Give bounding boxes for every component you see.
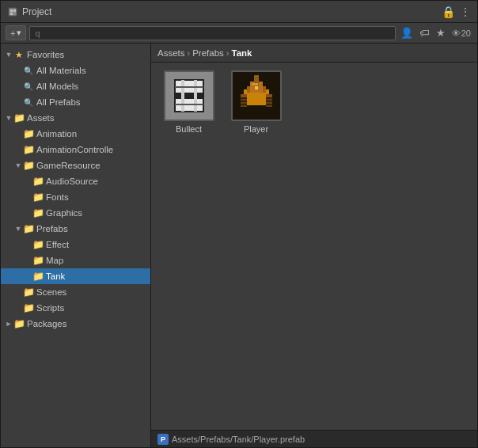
folder-icon-audiosource: 📁 [32, 176, 44, 187]
sidebar-item-fonts[interactable]: 📁 Fonts [1, 189, 150, 205]
arrow-scripts [13, 303, 23, 313]
sidebar-item-map[interactable]: 📁 Map [1, 252, 150, 268]
visibility-count[interactable]: 👁 20 [450, 28, 472, 39]
sidebar: ★ Favorites 🔍 All Materials 🔍 All Models… [1, 44, 151, 447]
window-icon [7, 6, 18, 17]
sidebar-item-animationcontroller[interactable]: 📁 AnimationControlle [1, 142, 150, 158]
folder-icon-map: 📁 [32, 255, 44, 266]
search-input[interactable] [29, 26, 395, 40]
label-all-models: All Models [36, 82, 78, 91]
arrow-assets [4, 113, 13, 123]
folder-icon-prefabs: 📁 [23, 223, 34, 234]
arrow-prefabs [13, 224, 23, 233]
lock-icon[interactable]: 🔒 [442, 6, 455, 18]
search-icon-prefabs: 🔍 [23, 97, 34, 108]
folder-icon-gameresource: 📁 [23, 160, 34, 171]
player-thumbnail [231, 70, 282, 121]
label-all-materials: All Materials [36, 66, 86, 75]
label-prefabs: Prefabs [36, 224, 68, 233]
arrow-animationcontroller [13, 145, 23, 154]
tag-icon[interactable]: 🏷 [418, 26, 431, 40]
asset-player[interactable]: Player [226, 70, 286, 134]
account-icon[interactable]: 👤 [399, 26, 415, 40]
folder-icon-fonts: 📁 [32, 192, 44, 203]
sidebar-item-tank[interactable]: 📁 Tank [1, 268, 150, 284]
breadcrumb: Assets › Prefabs › Tank [151, 44, 477, 63]
svg-text:P: P [161, 435, 165, 443]
sidebar-item-graphics[interactable]: 📁 Graphics [1, 205, 150, 221]
folder-icon-assets: 📁 [13, 112, 25, 123]
svg-rect-19 [266, 94, 272, 97]
menu-icon[interactable]: ⋮ [460, 6, 471, 18]
sidebar-item-scenes[interactable]: 📁 Scenes [1, 284, 150, 300]
favorites-icon: ★ [13, 49, 25, 60]
svg-rect-21 [241, 101, 247, 102]
sidebar-item-gameresource[interactable]: 📁 GameResource [1, 158, 150, 173]
asset-bullect[interactable]: Bullect [159, 70, 218, 134]
folder-icon-animation: 📁 [23, 128, 34, 139]
arrow-effect [23, 240, 32, 249]
svg-rect-26 [255, 86, 258, 89]
sidebar-item-assets[interactable]: 📁 Assets [1, 110, 150, 126]
label-animation: Animation [36, 129, 77, 139]
content-area: Assets › Prefabs › Tank [151, 44, 477, 447]
breadcrumb-prefabs[interactable]: Prefabs [192, 48, 224, 58]
breadcrumb-assets[interactable]: Assets [157, 48, 185, 58]
sidebar-item-audiosource[interactable]: 📁 AudioSource [1, 173, 150, 189]
project-window: Project 🔒 ⋮ + ▾ 👤 🏷 ★ 👁 20 [0, 0, 478, 448]
label-graphics: Graphics [46, 208, 82, 218]
arrow-all-materials [13, 66, 23, 75]
folder-icon-packages: 📁 [13, 318, 25, 329]
add-button[interactable]: + ▾ [6, 25, 26, 40]
search-icon-materials: 🔍 [23, 65, 34, 76]
arrow-all-prefabs [13, 97, 23, 107]
arrow-scenes [13, 287, 23, 297]
window-title: Project [22, 6, 442, 17]
sidebar-item-all-materials[interactable]: 🔍 All Materials [1, 63, 150, 78]
arrow-tank [23, 271, 32, 281]
folder-icon-tank: 📁 [32, 271, 44, 282]
folder-icon-graphics: 📁 [32, 207, 44, 218]
label-scripts: Scripts [36, 303, 64, 313]
count-label: 20 [461, 28, 471, 38]
bullect-thumbnail [164, 70, 214, 121]
breadcrumb-sep1: › [188, 48, 191, 58]
svg-rect-8 [194, 80, 197, 112]
toolbar-icons: 👤 🏷 ★ 👁 20 [399, 26, 472, 40]
arrow-favorites [4, 50, 13, 59]
label-scenes: Scenes [36, 287, 66, 297]
sidebar-item-effect[interactable]: 📁 Effect [1, 237, 150, 252]
main-area: ★ Favorites 🔍 All Materials 🔍 All Models… [1, 44, 477, 447]
label-animationcontroller: AnimationControlle [36, 145, 113, 154]
label-fonts: Fonts [46, 192, 69, 202]
label-assets: Assets [27, 113, 55, 123]
svg-rect-7 [181, 80, 184, 112]
breadcrumb-tank[interactable]: Tank [232, 48, 252, 58]
sidebar-item-prefabs[interactable]: 📁 Prefabs [1, 221, 150, 237]
svg-rect-3 [10, 13, 13, 15]
title-bar-actions: 🔒 ⋮ [442, 6, 471, 18]
toolbar: + ▾ 👤 🏷 ★ 👁 20 [1, 23, 477, 44]
svg-rect-1 [10, 9, 13, 12]
arrow-packages [4, 319, 13, 328]
svg-rect-20 [241, 97, 247, 99]
player-label: Player [244, 124, 268, 134]
sidebar-item-all-models[interactable]: 🔍 All Models [1, 78, 150, 94]
sidebar-item-favorites[interactable]: ★ Favorites [1, 47, 150, 63]
sidebar-item-animation[interactable]: 📁 Animation [1, 126, 150, 142]
sidebar-item-all-prefabs[interactable]: 🔍 All Prefabs [1, 94, 150, 110]
svg-rect-6 [175, 93, 203, 99]
arrow-fonts [23, 192, 32, 202]
svg-rect-27 [252, 83, 258, 85]
status-icon: P [157, 434, 169, 445]
sidebar-item-packages[interactable]: 📁 Packages [1, 316, 150, 332]
sidebar-item-scripts[interactable]: 📁 Scripts [1, 300, 150, 316]
arrow-graphics [23, 208, 32, 218]
folder-icon-scripts: 📁 [23, 302, 34, 313]
arrow-all-models [13, 82, 23, 91]
status-text: Assets/Prefabs/Tank/Player.prefab [172, 435, 305, 444]
favorites-label: Favorites [27, 50, 64, 59]
title-bar: Project 🔒 ⋮ [1, 1, 477, 23]
star-icon[interactable]: ★ [434, 26, 447, 40]
svg-rect-22 [241, 104, 247, 105]
